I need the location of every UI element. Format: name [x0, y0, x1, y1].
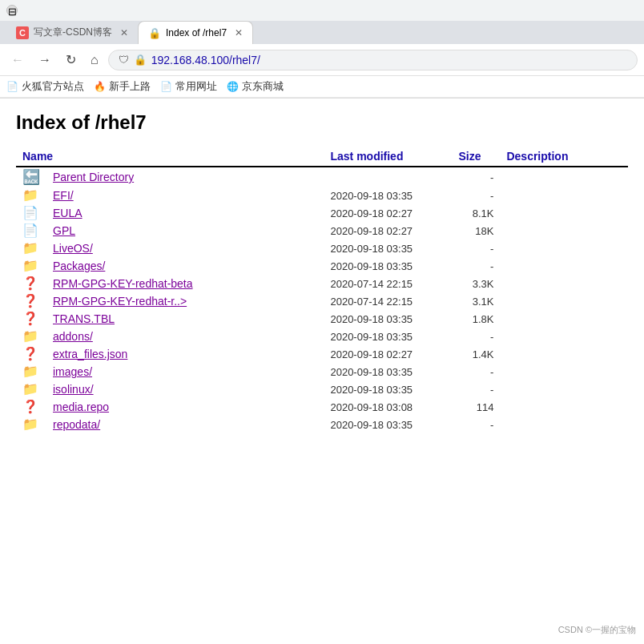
file-size-cell: - — [452, 328, 500, 345]
bookmarks-bar: 📄 火狐官方站点 🔥 新手上路 📄 常用网址 🌐 京东商城 — [0, 76, 644, 98]
file-modified-cell: 2020-09-18 03:35 — [324, 257, 452, 275]
file-name-link[interactable]: images/ — [53, 365, 92, 378]
file-desc-cell — [500, 275, 628, 292]
restore-button[interactable]: ⊟ — [6, 5, 18, 16]
tab-close-rhel7[interactable]: ✕ — [235, 27, 243, 38]
file-name-cell: EFI/ — [46, 187, 324, 204]
reload-button[interactable]: ↻ — [61, 49, 81, 70]
tab-favicon-rhel7: 🔒 — [148, 26, 161, 39]
forward-button[interactable]: → — [34, 50, 56, 70]
file-modified-cell: 2020-09-18 03:08 — [324, 398, 452, 416]
file-icon: 📁 — [22, 417, 38, 431]
file-name-cell: GPL — [46, 222, 324, 239]
file-size-cell: - — [452, 363, 500, 380]
bookmark-label-jd: 京东商城 — [242, 79, 284, 94]
file-desc-cell — [500, 257, 628, 275]
file-name-link[interactable]: LiveOS/ — [53, 242, 93, 255]
table-row: 📁isolinux/2020-09-18 03:35- — [16, 380, 628, 398]
table-row: 📁images/2020-09-18 03:35- — [16, 363, 628, 380]
tab-label-rhel7: Index of /rhel7 — [166, 27, 227, 38]
bookmark-firefox[interactable]: 📄 火狐官方站点 — [6, 79, 84, 94]
file-name-link[interactable]: RPM-GPG-KEY-redhat-r..> — [53, 295, 187, 308]
table-row: 🔙Parent Directory- — [16, 167, 628, 187]
tab-label-csdn: 写文章-CSDN博客 — [34, 26, 112, 39]
file-icon: 📁 — [22, 188, 38, 202]
address-input[interactable] — [151, 54, 627, 66]
bookmark-icon-newuser: 🔥 — [94, 81, 106, 92]
bookmark-jd[interactable]: 🌐 京东商城 — [227, 79, 284, 94]
file-icon: ❓ — [22, 294, 38, 308]
file-name-link[interactable]: addons/ — [53, 330, 93, 343]
tab-rhel7[interactable]: 🔒 Index of /rhel7 ✕ — [138, 21, 253, 44]
bookmark-icon-jd: 🌐 — [227, 81, 239, 92]
directory-table: Name Last modified Size Description 🔙Par… — [16, 147, 628, 433]
file-icon-cell: 📄 — [16, 222, 46, 239]
file-icon: 🔙 — [22, 169, 40, 185]
file-desc-cell — [500, 222, 628, 239]
file-desc-cell — [500, 398, 628, 416]
tab-favicon-csdn: C — [16, 26, 29, 39]
back-button[interactable]: ← — [6, 50, 29, 70]
file-name-link[interactable]: RPM-GPG-KEY-redhat-beta — [53, 277, 193, 290]
file-desc-cell — [500, 292, 628, 310]
col-size-link[interactable]: Size — [458, 150, 481, 163]
file-icon: 📁 — [22, 259, 38, 272]
file-name-link[interactable]: TRANS.TBL — [53, 312, 115, 325]
file-name-link[interactable]: Parent Directory — [53, 171, 134, 183]
bookmark-label-common: 常用网址 — [175, 79, 217, 94]
file-size-cell: 3.1K — [452, 292, 500, 310]
file-icon: ❓ — [22, 347, 38, 360]
file-name-cell: images/ — [46, 363, 324, 380]
file-icon-cell: ❓ — [16, 345, 46, 363]
table-row: 📄GPL2020-09-18 02:2718K — [16, 222, 628, 239]
tab-close-csdn[interactable]: ✕ — [120, 27, 128, 38]
file-name-link[interactable]: isolinux/ — [53, 383, 94, 396]
home-button[interactable]: ⌂ — [86, 50, 103, 70]
table-header-row: Name Last modified Size Description — [16, 147, 628, 167]
file-name-link[interactable]: repodata/ — [53, 418, 100, 431]
file-name-link[interactable]: Packages/ — [53, 260, 105, 272]
file-icon: 📁 — [22, 329, 38, 343]
file-size-cell: - — [452, 257, 500, 275]
file-name-link[interactable]: GPL — [53, 224, 75, 237]
col-modified-link[interactable]: Last modified — [330, 150, 403, 163]
file-modified-cell: 2020-09-18 02:27 — [324, 222, 452, 239]
col-desc-link[interactable]: Description — [506, 150, 568, 163]
file-modified-cell: 2020-07-14 22:15 — [324, 292, 452, 310]
file-icon: 📄 — [22, 206, 38, 219]
file-size-cell: - — [452, 187, 500, 204]
tab-csdn[interactable]: C 写文章-CSDN博客 ✕ — [6, 21, 138, 44]
file-name-cell: Packages/ — [46, 257, 324, 275]
file-icon: 📁 — [22, 382, 38, 396]
browser-chrome: ⊟ C 写文章-CSDN博客 ✕ 🔒 Index of /rhel7 ✕ ← →… — [0, 0, 644, 99]
file-name-link[interactable]: extra_files.json — [53, 348, 127, 360]
file-icon-cell: 🔙 — [16, 167, 46, 187]
file-modified-cell: 2020-09-18 03:35 — [324, 380, 452, 398]
bookmark-common[interactable]: 📄 常用网址 — [160, 79, 217, 94]
file-icon-cell: 📁 — [16, 328, 46, 345]
table-row: ❓RPM-GPG-KEY-redhat-r..>2020-07-14 22:15… — [16, 292, 628, 310]
file-size-cell: 1.8K — [452, 310, 500, 328]
file-name-link[interactable]: EULA — [53, 207, 83, 219]
tabs-bar: C 写文章-CSDN博客 ✕ 🔒 Index of /rhel7 ✕ — [0, 21, 644, 44]
file-modified-cell: 2020-09-18 03:35 — [324, 310, 452, 328]
file-icon-cell: ❓ — [16, 292, 46, 310]
file-icon: 📁 — [22, 364, 38, 378]
file-icon-cell: 📁 — [16, 416, 46, 433]
bookmark-icon-firefox: 📄 — [6, 81, 18, 92]
file-name-link[interactable]: EFI/ — [53, 189, 74, 202]
address-bar[interactable]: 🛡 🔒 — [108, 50, 638, 70]
file-modified-cell: 2020-09-18 03:35 — [324, 416, 452, 433]
file-name-cell: isolinux/ — [46, 380, 324, 398]
file-desc-cell — [500, 345, 628, 363]
bookmark-label-firefox: 火狐官方站点 — [22, 79, 84, 94]
title-bar: ⊟ — [0, 0, 644, 21]
col-name-link[interactable]: Name — [22, 150, 53, 163]
file-desc-cell — [500, 239, 628, 257]
file-name-cell: RPM-GPG-KEY-redhat-r..> — [46, 292, 324, 310]
bookmark-newuser[interactable]: 🔥 新手上路 — [94, 79, 151, 94]
security-icon: 🛡 — [119, 54, 129, 66]
bookmark-label-newuser: 新手上路 — [109, 79, 151, 94]
file-size-cell: - — [452, 239, 500, 257]
file-name-link[interactable]: media.repo — [53, 400, 109, 413]
